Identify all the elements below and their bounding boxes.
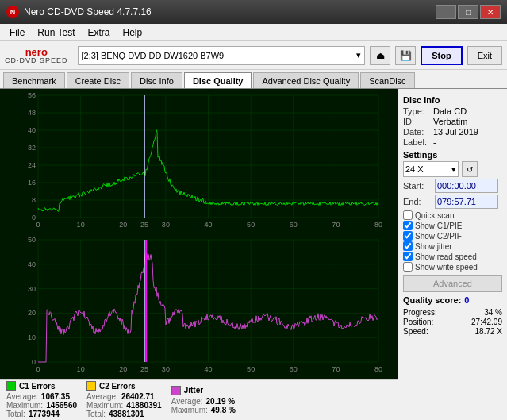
side-panel: Disc info Type: Data CD ID: Verbatim Dat… [398,89,507,420]
legend-c2-avg: Average: 26402.71 [86,392,162,401]
checkbox-read-speed-input[interactable] [403,252,413,261]
legend-c1-total: Total: 1773944 [6,410,77,418]
menu-file[interactable]: File [3,25,31,40]
main-content: C1 Errors Average: 1067.35 Maximum: 1456… [0,89,507,420]
legend-jitter: Jitter Average: 20.19 % Maximum: 49.8 % [171,386,236,414]
start-label: Start: [403,181,432,191]
legend-jitter-header: Jitter [171,386,236,395]
bottom-chart [0,233,398,378]
drive-dropdown[interactable]: [2:3] BENQ DVD DD DW1620 B7W9 ▾ [78,46,366,65]
speed-label: Speed: [403,327,428,336]
legend-c1-avg: Average: 1067.35 [6,392,77,401]
progress-label: Progress: [403,308,437,317]
checkbox-show-write-speed[interactable]: Show write speed [403,262,502,272]
legend-c1-color [6,381,16,391]
checkbox-write-speed-input[interactable] [403,262,413,272]
title-bar-text: Nero CD-DVD Speed 4.7.7.16 [24,6,152,17]
settings-title: Settings [403,150,502,160]
disc-id-row: ID: Verbatim [403,117,502,126]
advanced-button[interactable]: Advanced [403,275,502,292]
end-time-value: 079:57.71 [437,197,476,206]
toolbar: nero CD·DVD SPEED [2:3] BENQ DVD DD DW16… [0,41,507,70]
checkbox-quick-scan-input[interactable] [403,210,413,220]
legend-jitter-max-val: 49.8 % [211,406,236,414]
legend-jitter-avg-key: Average: [171,397,203,406]
disc-id-label: ID: [403,117,432,126]
tab-benchmark[interactable]: Benchmark [3,72,65,88]
legend-c1-avg-key: Average: [6,392,38,401]
legend-c2-header: C2 Errors [86,381,162,391]
title-bar: N Nero CD-DVD Speed 4.7.7.16 — □ ✕ [0,0,507,24]
title-bar-controls: — □ ✕ [436,5,501,19]
legend-c1-total-val: 1773944 [29,410,60,418]
tab-disc-info[interactable]: Disc Info [131,72,182,88]
end-time-field[interactable]: 079:57.71 [435,195,498,209]
disc-date-value: 13 Jul 2019 [433,127,478,137]
legend-c1-max: Maximum: 1456560 [6,401,77,410]
disc-label-label: Label: [403,137,432,147]
menu-bar: File Run Test Extra Help [0,24,507,41]
nero-logo: nero CD·DVD SPEED [5,47,68,64]
stop-button[interactable]: Stop [421,46,462,65]
checkbox-read-speed-label: Show read speed [415,252,477,261]
bottom-legend: C1 Errors Average: 1067.35 Maximum: 1456… [0,379,398,420]
disc-type-row: Type: Data CD [403,106,502,116]
legend-c1-header: C1 Errors [6,381,77,391]
charts-area [0,89,398,379]
legend-c2-avg-val: 26402.71 [121,392,155,401]
title-bar-left: N Nero CD-DVD Speed 4.7.7.16 [6,6,152,18]
menu-run-test[interactable]: Run Test [31,25,81,40]
progress-section: Progress: 34 % Position: 27:42.09 Speed:… [403,308,502,336]
legend-jitter-label: Jitter [184,386,203,395]
menu-help[interactable]: Help [117,25,149,40]
close-button[interactable]: ✕ [480,5,501,19]
legend-c1-total-key: Total: [6,410,25,418]
tab-scan-disc[interactable]: ScanDisc [360,72,414,88]
checkbox-show-jitter[interactable]: Show jitter [403,241,502,251]
legend-c1-errors: C1 Errors Average: 1067.35 Maximum: 1456… [6,381,77,418]
tab-create-disc[interactable]: Create Disc [67,72,129,88]
disc-type-label: Type: [403,106,432,116]
checkbox-c1pie-label: Show C1/PIE [415,222,462,230]
end-label: End: [403,197,432,206]
chevron-down-icon: ▾ [356,50,361,60]
drive-label: [2:3] BENQ DVD DD DW1620 B7W9 [82,51,225,60]
checkbox-c2pif-input[interactable] [403,231,413,241]
legend-c2-total: Total: 43881301 [86,410,162,418]
top-chart [0,89,398,233]
maximize-button[interactable]: □ [458,5,478,19]
refresh-button[interactable]: ↺ [462,161,478,177]
disc-date-row: Date: 13 Jul 2019 [403,127,502,137]
legend-c2-avg-key: Average: [86,392,118,401]
checkbox-quick-scan[interactable]: Quick scan [403,210,502,220]
legend-jitter-max: Maximum: 49.8 % [171,406,236,414]
save-icon-button[interactable]: 💾 [395,46,416,65]
nero-logo-bottom: CD·DVD SPEED [5,57,68,64]
legend-c2-max-key: Maximum: [86,401,123,410]
disc-label-value: - [433,137,436,147]
legend-c1-avg-val: 1067.35 [41,392,70,401]
disc-id-value: Verbatim [433,117,467,126]
tab-advanced-disc-quality[interactable]: Advanced Disc Quality [253,72,359,88]
legend-c2-max-val: 41880391 [126,401,162,410]
legend-jitter-color [171,386,181,395]
checkbox-c2pif-label: Show C2/PIF [415,232,462,241]
checkbox-show-read-speed[interactable]: Show read speed [403,252,502,261]
position-value: 27:42.09 [471,318,502,326]
checkbox-show-c1pie[interactable]: Show C1/PIE [403,221,502,230]
speed-dropdown[interactable]: 24 X ▾ [403,161,459,177]
position-label: Position: [403,318,433,326]
start-time-field[interactable]: 000:00.00 [435,179,498,193]
minimize-button[interactable]: — [436,5,456,19]
menu-extra[interactable]: Extra [81,25,116,40]
checkbox-show-c2pif[interactable]: Show C2/PIF [403,231,502,241]
exit-button[interactable]: Exit [467,46,502,65]
speed-value-display: 18.72 X [475,327,502,336]
eject-icon-button[interactable]: ⏏ [370,46,390,65]
start-time-value: 000:00.00 [437,181,476,191]
checkbox-jitter-input[interactable] [403,241,413,251]
charts-wrapper: C1 Errors Average: 1067.35 Maximum: 1456… [0,89,398,420]
checkbox-c1pie-input[interactable] [403,221,413,230]
legend-c2-label: C2 Errors [99,382,136,391]
tab-disc-quality[interactable]: Disc Quality [184,72,252,88]
